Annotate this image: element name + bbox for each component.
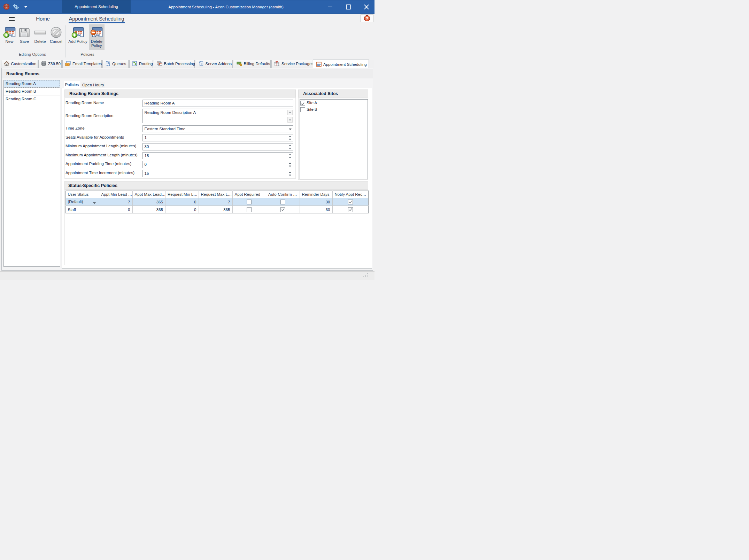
svg-text:?: ? [366,16,368,21]
